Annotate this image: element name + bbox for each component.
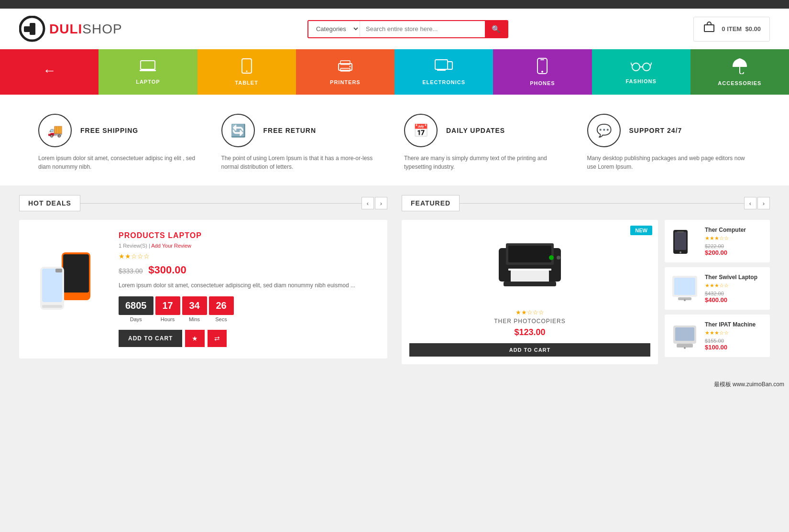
hot-deals-prev[interactable]: ‹ (362, 197, 374, 209)
feature-shipping: 🚚 FREE SHIPPING Lorem ipsum dolor sit am… (29, 114, 212, 171)
featured-big-product: NEW (402, 220, 658, 364)
side-stars-2: ★★★☆☆ (705, 282, 764, 289)
svg-rect-36 (677, 231, 684, 233)
svg-rect-30 (511, 271, 549, 282)
countdown-days: 6805 Days (119, 296, 153, 322)
search-input[interactable] (360, 22, 485, 36)
feature-support: 💬 SUPPORT 24/7 Many desktop publishing p… (578, 114, 761, 171)
add-to-cart-button[interactable]: ADD TO CART (119, 330, 182, 347)
return-icon-circle: 🔄 (221, 114, 255, 147)
featured-prev[interactable]: ‹ (744, 197, 756, 209)
svg-rect-21 (63, 254, 89, 293)
logo-icon (19, 16, 45, 42)
featured-next[interactable]: › (757, 197, 770, 209)
featured-line (460, 203, 744, 204)
nav-item-accessories[interactable]: ACCESSORIES (690, 49, 789, 95)
features-section: 🚚 FREE SHIPPING Lorem ipsum dolor sit am… (0, 95, 789, 185)
svg-rect-2 (24, 26, 33, 32)
umbrella-icon (731, 58, 748, 77)
hot-deals-nav: ‹ › (362, 197, 387, 209)
featured-header: FEATURED ‹ › (402, 195, 770, 211)
side-product-info-1: Ther Computer ★★★☆☆ $222.00 $200.00 (705, 227, 764, 256)
svg-point-32 (557, 256, 560, 260)
nav-item-printers[interactable]: PRINTERS (296, 49, 394, 95)
watermark: 最模板 www.zuimoBan.com (0, 379, 789, 391)
countdown: 6805 Days 17 Hours 34 Mins 26 Secs (119, 296, 376, 322)
svg-rect-23 (42, 269, 62, 302)
cart-area[interactable]: 0 ITEM $0.00 (693, 17, 770, 42)
svg-point-19 (643, 63, 650, 71)
svg-rect-5 (140, 70, 156, 71)
featured-product-stars: ★★☆☆☆ (515, 309, 544, 316)
feature-return: 🔄 FREE RETURN The point of using Lorem I… (212, 114, 395, 171)
logo[interactable]: DULISHOP (19, 16, 122, 42)
hot-deals-line (80, 203, 362, 204)
nav-item-electronics[interactable]: ELECTRONICS (394, 49, 493, 95)
svg-point-31 (549, 255, 554, 260)
phone-icon (537, 58, 548, 77)
svg-point-41 (684, 299, 686, 301)
nav-item-tablet[interactable]: TABLET (197, 49, 296, 95)
svg-rect-24 (55, 269, 62, 272)
shipping-icon-circle: 🚚 (38, 114, 72, 147)
laptop-icon (139, 59, 156, 76)
hot-deals-section: HOT DEALS ‹ › PRODUCTS LAPTOP (19, 195, 387, 364)
svg-rect-33 (504, 282, 556, 286)
svg-rect-39 (674, 278, 695, 295)
hot-deals-header: HOT DEALS ‹ › (19, 195, 387, 211)
cart-icon (702, 21, 716, 37)
nav-item-home[interactable]: ← (0, 49, 99, 95)
hot-deal-card: PRODUCTS LAPTOP 1 Review(S) | Add Your R… (19, 220, 387, 358)
svg-rect-44 (677, 344, 693, 347)
side-stars-1: ★★★☆☆ (705, 235, 764, 241)
product-stars: ★★☆☆☆ (119, 252, 376, 260)
search-button[interactable]: 🔍 (485, 21, 507, 37)
category-nav: ← LAPTOP TABLET PRINTERS ELECTRONICS PHO… (0, 49, 789, 95)
nav-item-fashions[interactable]: FASHIONS (592, 49, 690, 95)
wishlist-button[interactable]: ★ (185, 330, 205, 347)
tablet-icon (241, 58, 252, 77)
featured-side-item-3: Ther IPAT Machine ★★★☆☆ $155.00 $100.00 (665, 315, 770, 357)
svg-rect-14 (448, 62, 452, 69)
featured-title: FEATURED (402, 195, 460, 211)
header: DULISHOP Categories 🔍 0 ITEM $0.00 (0, 9, 789, 49)
main-sections: HOT DEALS ‹ › PRODUCTS LAPTOP (0, 185, 789, 379)
feature-updates: 📅 DAILY UPDATES There are many is simply… (394, 114, 578, 171)
svg-point-7 (246, 71, 247, 72)
categories-dropdown[interactable]: Categories (308, 21, 360, 37)
product-image (31, 231, 107, 347)
compare-button[interactable]: ⇄ (208, 330, 227, 347)
glasses-icon (631, 60, 652, 76)
side-product-thumb-3 (670, 320, 699, 351)
svg-rect-13 (437, 69, 446, 71)
printer-icon (337, 59, 354, 76)
svg-point-18 (632, 63, 640, 71)
side-product-info-2: Ther Swivel Laptop ★★★☆☆ $432.00 $400.00 (705, 274, 764, 304)
home-icon: ← (43, 63, 56, 78)
featured-side-item-2: Ther Swivel Laptop ★★★☆☆ $432.00 $400.00 (665, 267, 770, 310)
svg-rect-28 (508, 246, 551, 262)
product-info: PRODUCTS LAPTOP 1 Review(S) | Add Your R… (119, 231, 376, 347)
svg-point-45 (684, 347, 686, 349)
nav-item-laptop[interactable]: LAPTOP (99, 49, 197, 95)
svg-point-11 (349, 66, 351, 67)
review-line: 1 Review(S) | Add Your Review (119, 243, 376, 249)
price-line: $333.00 $300.00 (119, 264, 376, 276)
search-bar: Categories 🔍 (307, 20, 508, 38)
svg-point-37 (679, 251, 681, 253)
svg-rect-16 (540, 59, 544, 60)
countdown-mins: 34 Mins (182, 296, 207, 322)
svg-rect-25 (42, 305, 62, 308)
nav-item-phones[interactable]: PHONES (493, 49, 592, 95)
cart-buttons: ADD TO CART ★ ⇄ (119, 330, 376, 347)
top-bar (0, 0, 789, 9)
featured-add-to-cart-button[interactable]: ADD TO CART (409, 343, 650, 357)
featured-section: FEATURED ‹ › NEW (402, 195, 770, 364)
hot-deals-next[interactable]: › (375, 197, 387, 209)
svg-rect-3 (704, 25, 714, 32)
support-icon-circle: 💬 (587, 114, 621, 147)
svg-rect-43 (675, 327, 694, 341)
logo-text: DULISHOP (49, 22, 122, 37)
featured-nav: ‹ › (744, 197, 770, 209)
side-product-thumb-2 (670, 273, 699, 304)
